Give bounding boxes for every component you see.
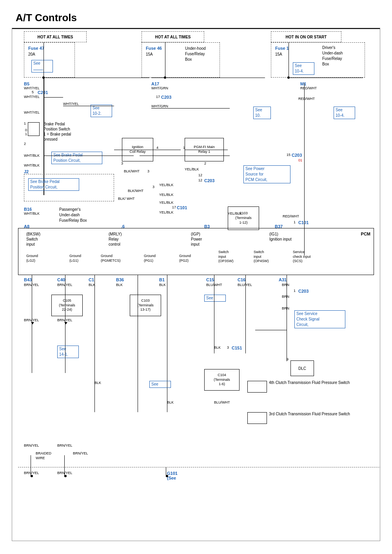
wire-brn-2: BRN: [282, 295, 289, 299]
num-12: 12: [198, 173, 202, 177]
c104-label: C104 (Terminals 1-6): [214, 373, 230, 387]
num-12-c203: 12: [198, 178, 202, 182]
dlc-label: DLC: [298, 366, 306, 371]
b5-connector: B5: [24, 81, 29, 86]
wire-wht-grn-1: WHT/GRN: [151, 86, 168, 90]
wire-wht-yel-3: WHT/YEL: [63, 102, 79, 106]
wire-brn-yel-final-1: BRN/YEL: [24, 471, 39, 475]
num-17-1: 17: [156, 95, 160, 99]
num-3-c151: 3: [227, 346, 229, 349]
brake-pedal-text: Brake Pedal Position Switch 1 = Brake pe…: [44, 121, 71, 142]
wire-blu-wht-lower: BLU/WHT: [214, 400, 230, 404]
see-link-c15: See: [204, 295, 226, 302]
see-brake-pedal-2: See Brake Pedal Position Circuit,: [28, 178, 79, 191]
see-brake-pedal-1: See Brake Pedal Position Circuit,: [51, 152, 102, 164]
num-4: 4: [156, 146, 158, 150]
hot-at-all-times-label-1: HOT AT ALL TIMES: [37, 35, 73, 39]
see-power-source-link: See Power Source for PCM Circuit,: [243, 165, 290, 183]
pcm-box: PCM (BKSW) Switch input (MRLY) Relay con…: [18, 228, 374, 275]
wire-brn-yel-bottom-1: BRN/YEL: [24, 444, 39, 447]
num-5: 5: [32, 90, 34, 94]
wire-wht-blk-2: WHT/BLK: [24, 163, 40, 167]
b16-connector: B16: [24, 207, 32, 212]
wire-blk-lower-1: BLK: [94, 381, 101, 385]
4th-clutch-switch: [247, 381, 267, 393]
3rd-clutch-label: 3rd Clutch Transmission Fluid Pressure S…: [269, 411, 350, 417]
wire-yel-blk-2: YEL/BLK: [159, 183, 174, 187]
scs-input: Service check input (SCS): [293, 250, 311, 264]
wire-blk-wht-1: BLK/ WHT: [118, 197, 135, 201]
wire-wht-yel-1: WHT/YEL: [24, 86, 40, 90]
braided-wire-label: BRAIDED WIRE: [36, 451, 51, 460]
see-10-4-link-2: See 10-4.: [334, 107, 355, 119]
diagram-container: HOT AT ALL TIMES HOT AT ALL TIMES HOT IN…: [12, 28, 380, 541]
c203-connector-2: C203: [204, 178, 214, 183]
c105-label: C105 (Terminals 22-24): [59, 299, 75, 312]
wire-blk-4: BLK: [214, 346, 221, 349]
see-service-check: See Service Check Signal Circuit,: [294, 310, 345, 328]
wire-brn-yel-bottom-2: BRN/YEL: [57, 444, 73, 447]
b36-connector: B36: [116, 277, 124, 282]
mrly-control: (MRLY) Relay control: [109, 232, 122, 247]
underhood-fuse-relay-box: Under-hood Fuse/Relay Box: [185, 46, 206, 62]
c203-connector-1: C203: [161, 95, 171, 100]
pcm-label: PCM: [361, 232, 370, 236]
see-14-1-link: See 14-1.: [57, 346, 79, 358]
wire-brn-yel-braided: BRN/YEL: [73, 451, 88, 455]
c1-connector: C1: [89, 277, 94, 282]
wire-wht-blk-1: WHT/BLK: [24, 154, 40, 158]
fuse47-box: Fuse 47 20A See: [24, 42, 75, 78]
num-3-2: 3: [147, 169, 149, 173]
see-10-2-link: See 10-2.: [91, 105, 112, 117]
fuse47-amp: 20A: [28, 52, 35, 56]
op4sw-input: Switch input (OP4SW): [254, 250, 269, 264]
ig1-input: (IG1) Ignition input: [269, 232, 292, 242]
wire-wht-grn-2: WHT/GRN: [151, 104, 168, 108]
ground-pg2: Ground (PG2): [179, 254, 191, 263]
see-10-link: See 10.: [253, 107, 271, 119]
num-1-c203: 1: [294, 289, 296, 293]
fuse46-label: Fuse 46: [146, 46, 162, 51]
a31-connector: A31: [279, 277, 287, 282]
c103-13-17-box: C103 (Terminals 13-17): [130, 295, 161, 316]
see-10-4-link-1: See 10-4.: [293, 62, 314, 75]
wire-blk-3: BLK: [159, 283, 166, 287]
num-0: 0: [25, 128, 27, 132]
wire-yel-blk-c103: YEL/BLK: [228, 212, 242, 215]
op3sw-input: Switch input (OP3SW): [218, 250, 234, 264]
wire-red-wht-1: RED/WHT: [300, 86, 317, 90]
num-1-c101: 1: [294, 220, 296, 224]
wire-yel-blk-1: YEL/BLK: [185, 167, 199, 171]
wire-red-wht-2: RED/WHT: [298, 97, 315, 101]
c203-15-label: C203: [292, 153, 302, 158]
bksw-input: (BKSW) Switch input: [26, 232, 40, 247]
wire-blk-2: BLK: [116, 283, 123, 287]
b1-connector: B1: [159, 277, 165, 282]
wire-wht-yel-4: WHT/YEL: [24, 110, 40, 114]
wire-blk-wht-2: BLK/WHT: [124, 169, 140, 173]
num-2-relay: 2: [204, 161, 206, 165]
wire-yel-blk-3: YEL/BLK: [159, 193, 174, 197]
g101-label: G101 (See: [167, 471, 178, 480]
ground-lg1: Ground (LG1): [69, 254, 81, 263]
4th-clutch-label: 4th Clutch Transmission Fluid Pressure S…: [269, 380, 350, 386]
hot-at-all-times-box-1: HOT AT ALL TIMES: [24, 31, 87, 42]
c40-connector: C40: [57, 277, 65, 282]
c201-connector: C201: [38, 90, 48, 95]
fuse47-see-link: See: [31, 60, 53, 72]
c151-connector: C151: [232, 346, 242, 350]
num-1-bp: 1: [24, 121, 26, 125]
num-1-sw: 1: [25, 132, 27, 136]
see-link-lower: See: [149, 381, 171, 388]
num-15: 15: [287, 153, 290, 157]
num-1-relay: 1: [183, 146, 185, 150]
ground-lg2: Ground (LG2): [26, 254, 38, 263]
wire-wht-blk-3: WHT/BLK: [24, 212, 40, 215]
c15-connector: C15: [206, 277, 214, 282]
wire-blk-wht-3: BLK/WHT: [128, 189, 143, 193]
c16-connector: C16: [238, 277, 245, 282]
ground-pgmetcs: Ground (PGMETCS): [101, 254, 121, 263]
fuse1-label: Fuse 1: [275, 46, 289, 51]
fuse1-amp: 15A: [275, 52, 282, 56]
3rd-clutch-switch: [247, 412, 267, 424]
